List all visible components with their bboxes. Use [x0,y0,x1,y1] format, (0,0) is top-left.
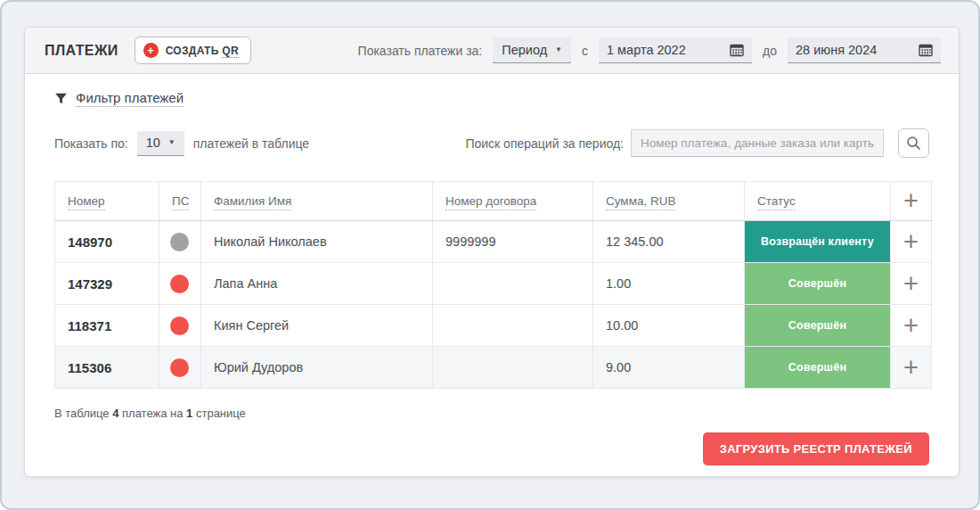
plus-icon: + [903,313,919,339]
payment-system-cell [159,347,201,389]
magnifier-icon [906,136,921,151]
page-size-select[interactable]: 10 ▼ [137,131,184,156]
payment-number: 115306 [55,347,159,389]
column-header: Номер договора [433,182,593,221]
payment-system-dot-icon [170,275,189,293]
period-select[interactable]: Период ▼ [493,37,571,63]
column-sort-label[interactable]: Фамилия Имя [214,194,291,210]
search-button[interactable] [898,128,929,158]
plus-icon: + [903,355,919,381]
search-group: Поиск операций за период: [465,128,929,158]
column-sort-label[interactable]: Номер [68,194,105,210]
column-sort-label[interactable]: Сумма, RUB [606,194,675,210]
contract-number [433,347,593,389]
panel-header: ПЛАТЕЖИ + СОЗДАТЬ QR Показать платежи за… [25,28,959,74]
calendar-icon [730,43,744,57]
filter-payments-link[interactable]: Фильтр платежей [76,90,184,107]
amount: 12 345.00 [593,221,745,263]
status-badge: Совершён [745,347,890,388]
status-badge: Возвращён клиенту [745,221,890,262]
calendar-icon [919,43,933,57]
payment-system-cell [159,305,201,347]
date-to-field[interactable]: 28 июня 2024 [788,37,941,63]
column-header: ПС [159,182,201,221]
table-row: 118371Киян Сергей10.00Совершён+ [55,305,932,347]
amount: 1.00 [593,263,745,305]
table-row: 147329Лапа Анна1.00Совершён+ [55,263,932,305]
per-table-label: платежей в таблице [193,136,309,151]
panel-body: Фильтр платежей Показать по: 10 ▼ платеж… [25,74,959,476]
expand-row-button[interactable]: + [891,347,932,389]
caret-down-icon: ▼ [555,46,562,53]
contract-number [433,263,593,305]
column-sort-label[interactable]: Номер договора [445,194,536,210]
plus-icon: + [903,271,919,297]
client-name: Лапа Анна [201,263,433,305]
payments-count: 4 [112,407,118,420]
plus-icon: + [903,229,919,255]
payments-panel: ПЛАТЕЖИ + СОЗДАТЬ QR Показать платежи за… [24,27,960,477]
amount: 10.00 [593,305,745,347]
status-cell: Совершён [745,305,891,347]
contract-number [433,305,593,347]
column-sort-label[interactable]: Статус [757,194,796,210]
client-name: Киян Сергей [201,305,433,347]
download-registry-button[interactable]: ЗАГРУЗИТЬ РЕЕСТР ПЛАТЕЖЕЙ [703,432,929,465]
client-name: Николай Николаев [201,221,433,263]
payment-system-dot-icon [170,233,189,251]
expand-row-button[interactable]: + [891,263,932,305]
amount: 9.00 [593,347,745,389]
table-summary: В таблице 4 платежа на 1 странице [54,407,929,420]
column-sort-label[interactable]: ПС [172,194,189,210]
column-header: Сумма, RUB [593,182,745,221]
download-row: ЗАГРУЗИТЬ РЕЕСТР ПЛАТЕЖЕЙ [54,432,929,465]
payment-system-dot-icon [170,358,189,377]
column-header: Статус [745,182,891,221]
table-header-row: НомерПСФамилия ИмяНомер договораСумма, R… [55,182,932,221]
page-title: ПЛАТЕЖИ [45,43,118,59]
from-label: с [582,44,588,58]
plus-circle-icon: + [143,43,159,58]
payment-system-dot-icon [170,317,189,335]
payments-table: НомерПСФамилия ИмяНомер договораСумма, R… [54,181,932,389]
filter-row: Фильтр платежей [54,90,929,107]
show-payments-label: Показать платежи за: [358,44,483,58]
table-body: 148970Николай Николаев999999912 345.00Во… [55,221,932,389]
create-qr-button[interactable]: + СОЗДАТЬ QR [135,37,251,64]
to-label: до [763,44,777,58]
contract-number: 9999999 [433,221,593,263]
create-qr-label: СОЗДАТЬ QR [166,45,239,57]
payment-system-cell [159,263,201,305]
date-from-field[interactable]: 1 марта 2022 [599,37,752,63]
column-header: Номер [55,182,159,221]
status-badge: Совершён [745,263,890,304]
page-background: ПЛАТЕЖИ + СОЗДАТЬ QR Показать платежи за… [0,0,980,510]
payment-number: 148970 [55,221,159,263]
table-row: 115306Юрий Дудоров9.00Совершён+ [55,347,932,389]
search-label: Поиск операций за период: [465,136,624,151]
status-cell: Совершён [745,347,891,389]
table-row: 148970Николай Николаев999999912 345.00Во… [55,221,932,263]
status-cell: Возвращён клиенту [745,221,891,263]
status-cell: Совершён [745,263,891,305]
pages-count: 1 [186,407,192,420]
column-header: Фамилия Имя [201,182,433,221]
funnel-icon [54,92,68,105]
show-by-label: Показать по: [54,136,128,151]
add-column-header[interactable]: + [891,182,932,221]
table-controls: Показать по: 10 ▼ платежей в таблице Пои… [54,128,929,158]
payment-number: 118371 [55,305,159,347]
caret-down-icon: ▼ [168,139,176,146]
status-badge: Совершён [745,305,890,346]
plus-icon: + [903,188,919,214]
period-controls: Показать платежи за: Период ▼ с 1 марта … [358,37,941,63]
expand-row-button[interactable]: + [891,305,932,347]
payment-system-cell [159,221,201,263]
client-name: Юрий Дудоров [201,347,433,389]
expand-row-button[interactable]: + [891,221,932,263]
search-input[interactable] [631,129,884,157]
payment-number: 147329 [55,263,159,305]
